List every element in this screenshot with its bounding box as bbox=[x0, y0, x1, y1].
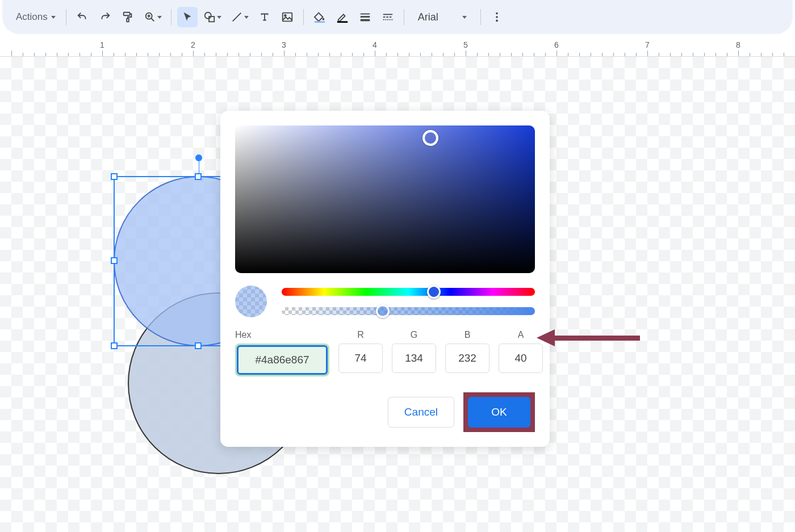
arrow-shaft bbox=[555, 336, 640, 341]
saturation-brightness-area[interactable] bbox=[235, 125, 535, 273]
caret-down-icon bbox=[462, 16, 467, 19]
undo-icon bbox=[76, 11, 89, 23]
border-weight-button[interactable] bbox=[355, 7, 375, 27]
ok-button[interactable]: OK bbox=[468, 397, 530, 428]
svg-rect-0 bbox=[123, 12, 129, 16]
ruler-label: 6 bbox=[554, 40, 559, 49]
line-icon bbox=[231, 11, 243, 23]
ruler-label: 5 bbox=[463, 40, 468, 49]
line-weight-icon bbox=[359, 11, 371, 23]
overflow-menu[interactable] bbox=[487, 7, 507, 27]
fill-color-button[interactable] bbox=[309, 7, 330, 27]
zoom-icon bbox=[144, 11, 156, 23]
svg-rect-16 bbox=[390, 16, 392, 18]
undo-button[interactable] bbox=[72, 7, 93, 27]
svg-rect-4 bbox=[209, 16, 214, 22]
ruler-label: 8 bbox=[736, 40, 740, 49]
svg-point-23 bbox=[496, 16, 498, 18]
redo-icon bbox=[99, 11, 111, 23]
hex-input[interactable] bbox=[237, 345, 328, 375]
svg-rect-18 bbox=[385, 19, 386, 20]
svg-rect-5 bbox=[283, 13, 292, 22]
svg-rect-8 bbox=[315, 21, 325, 23]
caret-down-icon bbox=[51, 16, 56, 19]
textbox-tool[interactable] bbox=[254, 7, 275, 27]
cancel-button[interactable]: Cancel bbox=[388, 397, 454, 428]
svg-rect-13 bbox=[383, 14, 393, 15]
select-tool[interactable] bbox=[177, 7, 198, 27]
actions-label: Actions bbox=[16, 11, 48, 23]
svg-point-24 bbox=[496, 20, 498, 22]
ok-button-highlight: OK bbox=[463, 392, 535, 432]
drawing-canvas[interactable]: Hex R G B A Cancel bbox=[0, 57, 795, 532]
b-input[interactable] bbox=[445, 344, 489, 373]
r-label: R bbox=[357, 330, 364, 340]
font-family-select[interactable]: Arial bbox=[410, 11, 475, 23]
paint-format-button[interactable] bbox=[118, 7, 138, 27]
shape-tool[interactable] bbox=[200, 7, 225, 27]
pencil-icon bbox=[336, 11, 349, 23]
arrow-head-icon bbox=[537, 329, 555, 346]
separator bbox=[303, 9, 304, 25]
cursor-icon bbox=[181, 11, 194, 23]
font-name: Arial bbox=[418, 11, 438, 23]
ruler-label: 3 bbox=[282, 40, 286, 49]
hue-thumb[interactable] bbox=[427, 285, 441, 299]
svg-rect-14 bbox=[383, 16, 386, 18]
svg-rect-9 bbox=[337, 21, 348, 23]
separator bbox=[404, 9, 404, 25]
separator bbox=[66, 9, 66, 25]
caret-down-icon bbox=[244, 16, 249, 19]
hue-slider[interactable] bbox=[282, 288, 535, 296]
svg-rect-12 bbox=[361, 19, 370, 22]
a-label: A bbox=[518, 330, 524, 340]
g-input[interactable] bbox=[392, 344, 436, 373]
svg-rect-19 bbox=[387, 19, 388, 20]
separator bbox=[480, 9, 481, 25]
shapes-icon bbox=[203, 11, 216, 23]
sb-cursor[interactable] bbox=[422, 130, 438, 146]
ruler-label: 1 bbox=[100, 40, 104, 49]
b-label: B bbox=[465, 330, 471, 340]
svg-rect-10 bbox=[361, 14, 370, 15]
border-dash-button[interactable] bbox=[378, 7, 398, 27]
color-preview-swatch bbox=[235, 286, 267, 317]
svg-rect-20 bbox=[390, 19, 391, 20]
svg-point-6 bbox=[284, 15, 286, 16]
zoom-button[interactable] bbox=[140, 7, 165, 27]
image-tool[interactable] bbox=[277, 7, 298, 27]
ruler-label: 4 bbox=[373, 40, 377, 49]
line-tool[interactable] bbox=[227, 7, 252, 27]
redo-button[interactable] bbox=[95, 7, 115, 27]
svg-rect-17 bbox=[383, 19, 384, 20]
ruler-label: 7 bbox=[645, 40, 650, 49]
svg-rect-1 bbox=[127, 19, 129, 22]
svg-point-7 bbox=[322, 18, 324, 20]
separator bbox=[171, 9, 171, 25]
hex-input-highlight bbox=[235, 344, 329, 376]
caret-down-icon bbox=[157, 16, 162, 19]
r-input[interactable] bbox=[338, 344, 383, 373]
color-picker-dialog: Hex R G B A Cancel bbox=[220, 111, 550, 447]
more-vert-icon bbox=[491, 11, 503, 23]
svg-rect-15 bbox=[386, 16, 388, 18]
border-color-button[interactable] bbox=[332, 7, 353, 27]
text-icon bbox=[258, 11, 271, 23]
g-label: G bbox=[411, 330, 417, 340]
line-dash-icon bbox=[382, 11, 394, 23]
caret-down-icon bbox=[217, 16, 221, 19]
toolbar: Actions bbox=[2, 0, 793, 34]
image-icon bbox=[281, 11, 294, 23]
svg-point-22 bbox=[496, 12, 498, 15]
svg-point-3 bbox=[205, 12, 211, 19]
alpha-thumb[interactable] bbox=[376, 304, 390, 318]
actions-menu[interactable]: Actions bbox=[11, 7, 60, 27]
ruler-label: 2 bbox=[191, 40, 195, 49]
alpha-slider[interactable] bbox=[282, 307, 535, 315]
hex-label: Hex bbox=[235, 330, 251, 340]
paint-roller-icon bbox=[122, 11, 134, 23]
fill-bucket-icon bbox=[313, 11, 326, 23]
a-input[interactable] bbox=[499, 344, 543, 373]
horizontal-ruler: 12345678 bbox=[0, 40, 795, 57]
svg-rect-21 bbox=[391, 19, 392, 20]
